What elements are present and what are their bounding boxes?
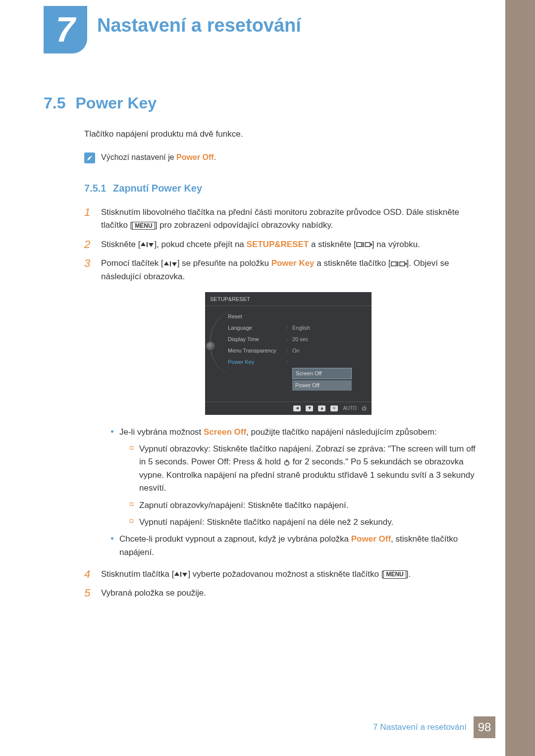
osd-footer: ◄ ▼ ▲ ⎆ AUTO ⏻: [205, 402, 372, 415]
osd-option-power-off: Power Off: [292, 380, 352, 391]
osd-arc: [210, 311, 225, 392]
svg-rect-10: [391, 262, 396, 266]
osd-knob-icon: [206, 342, 215, 351]
content-area: Tlačítko napájení produktu má dvě funkce…: [84, 128, 476, 606]
svg-rect-11: [397, 261, 398, 266]
svg-rect-12: [400, 262, 405, 266]
osd-option-screen-off: Screen Off: [292, 368, 352, 379]
bullet-screen-off: Je-li vybrána možnost Screen Off, použij…: [111, 426, 476, 439]
up-down-icon: [163, 261, 177, 267]
page-number: 98: [474, 716, 495, 738]
svg-marker-7: [164, 261, 169, 265]
svg-rect-1: [147, 242, 148, 247]
step-4: 4 Stisknutím tlačítka [] vyberte požadov…: [84, 568, 476, 581]
bullet-power-off-mode: Chcete-li produkt vypnout a zapnout, kdy…: [111, 533, 476, 559]
menu-badge: MENU: [383, 570, 406, 578]
osd-title: SETUP&RESET: [205, 292, 372, 305]
section-title: Power Key: [75, 94, 157, 112]
osd-screenshot: SETUP&RESET Reset Language:English Displ…: [205, 292, 372, 415]
osd-selected-label: Power Key: [228, 358, 286, 366]
chapter-tab: 7: [44, 6, 87, 53]
bullet-turn-off-screen: Vypnutí obrazovky: Stiskněte tlačítko na…: [130, 443, 476, 495]
svg-marker-2: [149, 243, 154, 247]
power-icon: ⏻: [362, 404, 367, 412]
up-icon: ▲: [318, 405, 325, 411]
menu-badge: MENU: [132, 222, 155, 230]
step-3: 3 Pomocí tlačítek [] se přesuňte na polo…: [84, 257, 476, 562]
section-number: 7.5: [44, 94, 65, 112]
left-icon: ◄: [293, 405, 301, 411]
subsection-heading: 7.5.1 Zapnutí Power Key: [84, 181, 476, 196]
svg-rect-15: [286, 459, 287, 462]
note-row: Výchozí nastavení je Power Off.: [84, 151, 476, 164]
down-icon: ▼: [306, 405, 313, 411]
footer-text: 7 Nastavení a resetování: [373, 722, 467, 732]
up-down-icon: [140, 242, 154, 248]
section-heading: 7.5 Power Key: [44, 94, 157, 112]
up-down-icon: [174, 571, 188, 577]
chapter-title: Nastavení a resetování: [97, 15, 301, 36]
intro-text: Tlačítko napájení produktu má dvě funkce…: [84, 128, 476, 141]
step-1: 1 Stisknutím libovolného tlačítka na pře…: [84, 206, 476, 232]
note-text: Výchozí nastavení je Power Off.: [101, 151, 216, 164]
svg-rect-5: [365, 243, 370, 247]
note-icon: [84, 152, 95, 163]
source-enter-icon: [391, 261, 407, 267]
source-enter-icon: [356, 242, 372, 248]
svg-rect-8: [170, 261, 171, 266]
side-decoration: [505, 0, 535, 756]
svg-marker-18: [182, 573, 187, 577]
page-footer: 7 Nastavení a resetování 98: [373, 716, 495, 738]
note-highlight: Power Off: [176, 153, 214, 161]
svg-marker-0: [141, 242, 146, 246]
subsection-number: 7.5.1: [84, 183, 106, 194]
enter-icon: ⎆: [330, 405, 338, 411]
power-icon: [283, 459, 290, 466]
chapter-number: 7: [56, 10, 75, 50]
step-5: 5 Vybraná položka se použije.: [84, 587, 476, 600]
auto-label: AUTO: [343, 404, 357, 412]
step-2: 2 Stiskněte [], pokud chcete přejít na S…: [84, 238, 476, 251]
bullet-turn-on: Zapnutí obrazovky/napájení: Stiskněte tl…: [130, 499, 476, 512]
subsection-title: Zapnutí Power Key: [113, 183, 202, 194]
osd-menu: Reset Language:English Display Time:20 s…: [228, 311, 367, 392]
svg-rect-3: [357, 243, 362, 247]
svg-rect-17: [180, 572, 181, 577]
svg-marker-9: [172, 262, 177, 266]
bullet-power-off: Vypnutí napájení: Stiskněte tlačítko nap…: [130, 516, 476, 529]
svg-marker-16: [174, 572, 179, 576]
svg-rect-4: [363, 242, 364, 247]
